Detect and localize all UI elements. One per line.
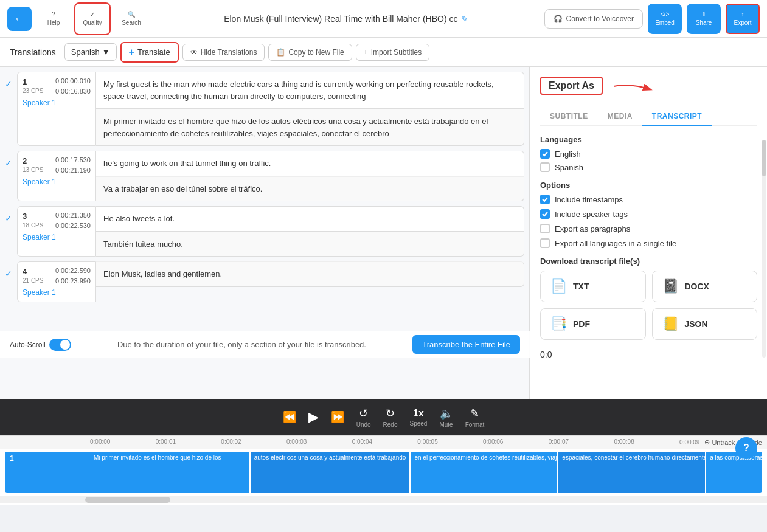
track-segment-3[interactable]: espaciales, conectar el cerebro humano d… [558,452,706,493]
ruler-marks: 0:00:00 0:00:01 0:00:02 0:00:03 0:00:04 … [90,438,762,446]
timeline-track: 1 Mi primer invitado es el hombre que hi… [5,452,762,493]
translate-button[interactable]: + Translate [120,42,179,63]
search-button[interactable]: 🔍 Search [114,4,148,34]
subtitle-text-3-original[interactable]: He also tweets a lot. [96,206,524,232]
lang-english: English [540,149,757,159]
subtitle-text-1-translation[interactable]: Mi primer invitado es el hombre que hizo… [96,109,524,146]
rewind-button[interactable]: ⏪ [283,410,296,424]
transcribe-entire-file-button[interactable]: Transcribe the Entire File [412,335,520,354]
ruler-mark-7: 0:00:07 [549,438,569,446]
embed-icon: </> [661,11,669,18]
main-toolbar: ← ? Help ✓ Quality 🔍 Search Elon Musk (F… [0,0,767,38]
help-icon: ? [52,11,55,18]
txt-icon: 📄 [550,278,567,294]
subtitle-block-1: ✓ 1 0:00:00.010 23 CPS 0:00:16.830 Speak… [5,72,524,146]
subtitle-text-2-original[interactable]: he's going to work on that tunnel thing … [96,151,524,176]
timeline-scrollbar-thumb[interactable] [85,497,170,503]
format-button[interactable]: ✎ Format [465,407,485,428]
option-speaker-tags: Include speaker tags [540,209,757,219]
undo-button[interactable]: ↺ Undo [356,407,371,428]
convert-voiceover-button[interactable]: 🎧 Convert to Voiceover [544,9,643,29]
subtitle-meta-3: 3 0:00:21.350 18 CPS 0:00:22.530 Speaker… [17,206,96,257]
subtitle-text-1-original[interactable]: My first guest is the man who made elect… [96,72,524,109]
search-icon: 🔍 [128,11,135,18]
help-fab-button[interactable]: ? [735,437,757,459]
check-2: ✓ [5,151,17,201]
copy-to-new-file-button[interactable]: 📋 Copy to New File [268,44,352,61]
time-display: 0:0 [540,350,757,359]
edit-title-icon[interactable]: ✎ [461,14,468,24]
translations-label: Translations [10,47,56,57]
download-title: Download transcript file(s) [540,257,757,266]
export-panel: Export As SUBTITLE MEDIA TRANSCRIPT Lang… [530,67,767,399]
option-timestamps-checkbox[interactable] [540,195,550,204]
import-icon: + [364,48,368,57]
back-button[interactable]: ← [7,7,32,31]
sub-toolbar: Translations Spanish ▼ + Translate 👁 Hid… [0,38,767,67]
docx-download-button[interactable]: 📓 DOCX [652,271,758,302]
plus-icon: + [129,47,134,58]
speed-button[interactable]: 1x Speed [409,408,427,427]
pdf-download-button[interactable]: 📑 PDF [540,308,646,340]
mute-button[interactable]: 🔈 Mute [439,407,453,428]
language-selector[interactable]: Spanish ▼ [64,43,117,61]
file-format-grid: 📄 TXT 📓 DOCX 📑 PDF 📒 JSON [540,271,757,340]
timeline-scrollbar[interactable] [0,496,767,503]
share-button[interactable]: ⇧ Share [687,4,721,34]
autoscroll-toggle[interactable] [49,339,71,351]
redo-icon: ↻ [386,407,395,420]
mute-icon: 🔈 [440,407,453,420]
tab-media[interactable]: MEDIA [598,107,642,126]
check-3: ✓ [5,206,17,257]
option-paragraphs-checkbox[interactable] [540,224,550,233]
track-segment-0[interactable]: Mi primer invitado es el hombre que hizo… [90,452,251,493]
play-button[interactable]: ▶ [308,409,319,425]
tab-subtitle[interactable]: SUBTITLE [540,107,598,126]
subtitle-text-3-translation[interactable]: También tuitea mucho. [96,232,524,257]
txt-download-button[interactable]: 📄 TXT [540,271,646,302]
options-title: Options [540,181,757,190]
languages-options: English Spanish [540,149,757,172]
tab-transcript[interactable]: TRANSCRIPT [642,107,712,126]
import-subtitles-button[interactable]: + Import Subtitles [356,44,429,61]
ruler-mark-3: 0:00:03 [286,438,307,446]
redo-button[interactable]: ↻ Redo [383,407,398,428]
timeline-container: 0:00:00 0:00:01 0:00:02 0:00:03 0:00:04 … [0,435,767,505]
lang-spanish: Spanish [540,162,757,172]
track-label: 1 [5,452,90,493]
ruler-mark-4: 0:00:04 [352,438,372,446]
copy-icon: 📋 [276,48,285,57]
subtitle-text-4-original[interactable]: Elon Musk, ladies and gentlemen. [96,261,524,287]
track-segment-4[interactable]: a las computadoras, con trenes bala [706,452,762,493]
lang-spanish-checkbox[interactable] [540,162,550,172]
option-all-languages-checkbox[interactable] [540,238,550,248]
ruler-mark-2: 0:00:02 [221,438,241,446]
embed-button[interactable]: </> Embed [648,4,682,34]
json-download-button[interactable]: 📒 JSON [652,308,758,340]
eye-icon: 👁 [190,48,198,57]
help-button[interactable]: ? Help [36,4,71,34]
track-segment-2[interactable]: en el perfeccionamiento de cohetes reuti… [411,452,558,493]
ruler-mark-8: 0:00:08 [614,438,634,446]
format-icon: ✎ [470,407,479,420]
ruler-mark-1: 0:00:01 [156,438,176,446]
subtitle-texts-4: Elon Musk, ladies and gentlemen. [96,261,524,302]
docx-icon: 📓 [662,278,679,294]
subtitle-meta-4: 4 0:00:22.590 21 CPS 0:00:23.990 Speaker… [17,261,96,302]
hide-translations-button[interactable]: 👁 Hide Translations [182,44,265,61]
option-speaker-tags-checkbox[interactable] [540,209,550,219]
option-paragraphs: Export as paragraphs [540,224,757,233]
json-icon: 📒 [662,316,679,332]
lang-english-checkbox[interactable] [540,149,550,159]
fast-forward-button[interactable]: ⏩ [331,410,344,424]
untrack-button[interactable]: ⊝ Untrack [704,438,735,446]
ruler-mark-0: 0:00:00 [90,438,110,446]
quality-button[interactable]: ✓ Quality [75,4,109,34]
chevron-down-icon: ▼ [102,47,110,57]
subtitle-text-2-translation[interactable]: Va a trabajar en eso del túnel sobre el … [96,176,524,202]
export-button[interactable]: ↑ Export [726,4,760,34]
track-segment-1[interactable]: autos eléctricos una cosa y actualmente … [251,452,411,493]
subtitle-meta-2: 2 0:00:17.530 13 CPS 0:00:21.190 Speaker… [17,151,96,201]
quality-icon: ✓ [90,11,95,18]
check-1: ✓ [5,72,17,146]
